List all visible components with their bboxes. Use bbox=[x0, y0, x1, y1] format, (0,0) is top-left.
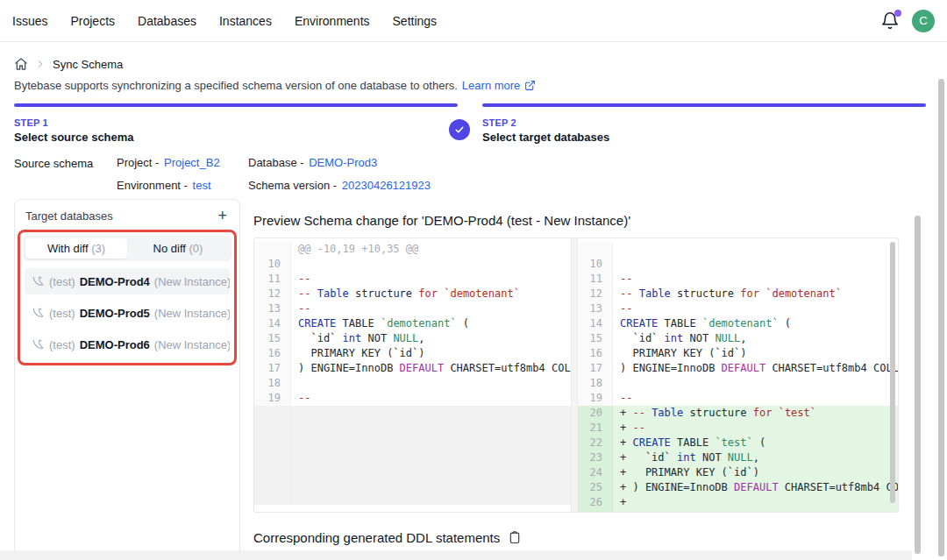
line-content: + -- bbox=[613, 421, 898, 436]
nav-item-projects[interactable]: Projects bbox=[70, 0, 115, 42]
breadcrumb: Sync Schema bbox=[14, 56, 947, 72]
line-content bbox=[291, 257, 571, 272]
step-2-title: Select target databases bbox=[482, 131, 926, 144]
content-scrollbar[interactable] bbox=[915, 216, 921, 554]
line-number: 13 bbox=[254, 301, 291, 316]
intro-description: Bytebase supports synchronizing a specif… bbox=[14, 79, 458, 92]
database-item-demo-prod5[interactable]: (test)DEMO-Prod5(New Instance) bbox=[25, 300, 230, 326]
diff-highlight-box: With diff (3)No diff (0) (test)DEMO-Prod… bbox=[18, 230, 237, 365]
tab-no-diff[interactable]: No diff (0) bbox=[127, 238, 229, 259]
diff-code-line: 24+ PRIMARY KEY (`id`) bbox=[578, 465, 898, 480]
source-field-label: Database - bbox=[248, 156, 307, 169]
nav-items: IssuesProjectsDatabasesInstancesEnvironm… bbox=[12, 0, 437, 42]
nav-item-instances[interactable]: Instances bbox=[219, 0, 272, 42]
line-content: -- Table structure for `demotenant` bbox=[291, 287, 571, 301]
line-number: 26 bbox=[578, 495, 613, 510]
diff-editor-sash[interactable] bbox=[571, 238, 578, 512]
line-content: `id` int NOT NULL, bbox=[613, 331, 898, 346]
target-databases-header: Target databases + bbox=[15, 200, 239, 228]
diff-code-line: 10 bbox=[578, 257, 898, 272]
external-link-icon[interactable] bbox=[524, 80, 536, 91]
mysql-icon bbox=[32, 307, 45, 320]
line-content: -- bbox=[291, 301, 571, 316]
learn-more-link[interactable]: Learn more bbox=[462, 79, 520, 92]
source-field-schema-version: Schema version - 20230426121923 bbox=[248, 179, 431, 192]
copy-ddl-button[interactable] bbox=[508, 530, 522, 545]
diff-code-line: 11-- bbox=[254, 272, 571, 287]
line-number: 13 bbox=[578, 301, 613, 316]
top-navigation: IssuesProjectsDatabasesInstancesEnvironm… bbox=[0, 0, 947, 42]
line-number: 11 bbox=[254, 272, 291, 287]
line-number: 19 bbox=[254, 391, 291, 406]
database-environment: (test) bbox=[49, 307, 75, 320]
intro-text: Bytebase supports synchronizing a specif… bbox=[14, 78, 947, 92]
diff-code-line: 11-- bbox=[578, 272, 898, 287]
source-field-value-link[interactable]: 20230426121923 bbox=[342, 179, 431, 192]
database-note: (New Instance) bbox=[154, 338, 230, 351]
chevron-right-icon bbox=[36, 60, 45, 68]
line-number: 15 bbox=[578, 331, 613, 346]
line-content: CREATE TABLE `demotenant` ( bbox=[613, 316, 898, 331]
diff-code-line: 26+ bbox=[578, 495, 898, 510]
diff-code-line: 23+ `id` int NOT NULL, bbox=[578, 450, 898, 465]
diff-pane-modified[interactable]: 1011--12-- Table structure for `demotena… bbox=[578, 238, 898, 512]
step-1: STEP 1 Select source schema bbox=[14, 117, 458, 144]
nav-item-settings[interactable]: Settings bbox=[393, 0, 438, 42]
diff-tabs: With diff (3)No diff (0) bbox=[23, 236, 231, 261]
breadcrumb-current: Sync Schema bbox=[53, 58, 123, 71]
diff-code-line: 16 PRIMARY KEY (`id`) bbox=[578, 346, 898, 361]
line-number: 11 bbox=[578, 272, 613, 287]
diff-editor-scrollbar[interactable] bbox=[890, 242, 895, 503]
nav-item-databases[interactable]: Databases bbox=[138, 0, 196, 42]
line-number: 20 bbox=[578, 406, 613, 421]
diff-code-line: 10 bbox=[254, 257, 571, 272]
line-number: 16 bbox=[254, 346, 291, 361]
add-target-database-button[interactable]: + bbox=[216, 209, 229, 223]
diff-code-line: 20+ -- Table structure for `test` bbox=[578, 406, 898, 421]
line-content: + CREATE TABLE `test` ( bbox=[613, 436, 898, 450]
mysql-icon bbox=[32, 338, 45, 351]
line-content bbox=[291, 376, 571, 391]
nav-item-environments[interactable]: Environments bbox=[295, 0, 370, 42]
line-number: 23 bbox=[578, 450, 613, 465]
line-content: + PRIMARY KEY (`id`) bbox=[613, 465, 898, 480]
source-field-value-link[interactable]: Project_B2 bbox=[164, 156, 220, 169]
line-number: 27 bbox=[578, 510, 613, 512]
source-field-value-link[interactable]: test bbox=[193, 179, 211, 192]
horizontal-scrollbar-track[interactable] bbox=[0, 550, 912, 560]
line-number: 14 bbox=[578, 316, 613, 331]
line-content: -- bbox=[613, 301, 898, 316]
nav-item-issues[interactable]: Issues bbox=[12, 0, 47, 42]
avatar[interactable]: C bbox=[912, 10, 935, 32]
source-schema-summary: Source schema Project - Project_B2Databa… bbox=[14, 156, 947, 192]
line-content bbox=[613, 242, 898, 257]
line-content: PRIMARY KEY (`id`) bbox=[291, 346, 571, 361]
diff-code-line: 17) ENGINE=InnoDB DEFAULT CHARSET=utf8mb… bbox=[254, 361, 571, 376]
line-content: PRIMARY KEY (`id`) bbox=[613, 346, 898, 361]
tab-with-diff[interactable]: With diff (3) bbox=[25, 238, 127, 259]
line-number: 10 bbox=[254, 257, 291, 272]
line-number: 17 bbox=[578, 361, 613, 376]
line-number: 16 bbox=[578, 346, 613, 361]
diff-code-line: 14CREATE TABLE `demotenant` ( bbox=[578, 316, 898, 331]
line-number: 10 bbox=[578, 257, 613, 272]
step1-bar bbox=[14, 103, 458, 107]
line-content bbox=[613, 257, 898, 272]
step-2: STEP 2 Select target databases bbox=[482, 117, 926, 144]
database-environment: (test) bbox=[49, 338, 75, 351]
diff-pane-original[interactable]: @@ -10,19 +10,35 @@1011--12-- Table stru… bbox=[254, 238, 571, 512]
tab-label: With diff bbox=[47, 242, 91, 255]
diff-code-line: 27+ -- bbox=[578, 510, 898, 512]
diff-code-line: 14CREATE TABLE `demotenant` ( bbox=[254, 316, 571, 331]
notifications-button[interactable] bbox=[880, 11, 900, 31]
home-icon[interactable] bbox=[14, 57, 28, 71]
diff-code-line: 13-- bbox=[578, 301, 898, 316]
database-item-demo-prod4[interactable]: (test)DEMO-Prod4(New Instance) bbox=[25, 268, 230, 294]
schema-diff-editor[interactable]: @@ -10,19 +10,35 @@1011--12-- Table stru… bbox=[253, 237, 899, 513]
source-field-value-link[interactable]: DEMO-Prod3 bbox=[309, 156, 377, 169]
diff-code-line: 19-- bbox=[578, 391, 898, 406]
page-scrollbar[interactable] bbox=[938, 79, 944, 556]
database-item-demo-prod6[interactable]: (test)DEMO-Prod6(New Instance) bbox=[25, 331, 230, 358]
sync-schema-page: IssuesProjectsDatabasesInstancesEnvironm… bbox=[0, 0, 947, 560]
ddl-title: Corresponding generated DDL statements bbox=[253, 530, 500, 545]
